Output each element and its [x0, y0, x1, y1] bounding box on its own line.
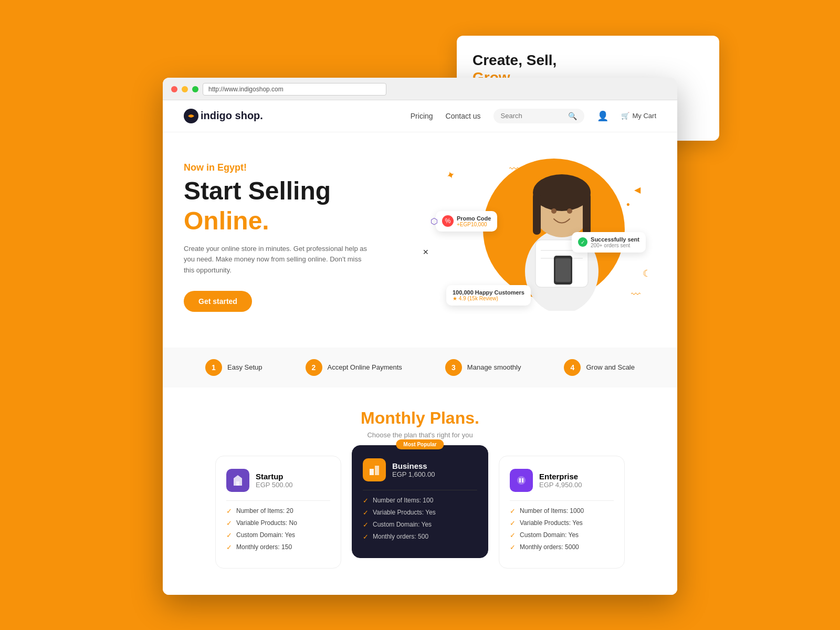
- business-icon-svg: [368, 464, 381, 476]
- deco-shape-4: 〰: [631, 289, 640, 300]
- hero-image-area: ✦ ◀ 〰 〰 ⬡ ☾ ● ✕ % Promo Code +EGP10,000: [404, 153, 656, 321]
- enterprise-feature-3: ✓ Custom Domain: Yes: [510, 531, 614, 539]
- success-icon: ✓: [578, 237, 587, 247]
- nav-links: Pricing Contact us 🔍 👤 🛒 My Cart: [411, 109, 656, 123]
- check-icon-2: ✓: [226, 519, 232, 527]
- feature-num-3: 3: [445, 359, 462, 376]
- check-icon-e3: ✓: [510, 531, 516, 539]
- enterprise-icon: [510, 469, 533, 492]
- check-icon-4: ✓: [226, 543, 232, 551]
- deco-shape-5: ⬡: [430, 216, 438, 226]
- business-feature-1: ✓ Number of Items: 100: [363, 497, 477, 505]
- address-bar[interactable]: http://www.indigoshop.com: [203, 83, 386, 96]
- business-icon: [363, 458, 386, 481]
- startup-plan-header: Startup EGP 500.00: [226, 469, 330, 492]
- navigation: indigo shop. Pricing Contact us 🔍 👤 🛒 My…: [163, 100, 677, 132]
- svg-point-6: [551, 208, 556, 214]
- hero-text: Now in Egypt! Start Selling Online. Crea…: [184, 162, 404, 312]
- check-icon-b1: ✓: [363, 497, 369, 505]
- startup-feature-4: ✓ Monthly orders: 150: [226, 543, 330, 551]
- pricing-title: Monthly Plans.: [184, 408, 656, 428]
- enterprise-feature-2: ✓ Variable Products: Yes: [510, 519, 614, 527]
- logo: indigo shop.: [184, 109, 263, 123]
- promo-card: % Promo Code +EGP10,000: [436, 211, 497, 232]
- check-icon-e2: ✓: [510, 519, 516, 527]
- enterprise-plan-header: Enterprise EGP 4,950.00: [510, 469, 614, 492]
- plans-grid: Startup EGP 500.00 ✓ Number of Items: 20…: [184, 456, 656, 569]
- startup-feature-3: ✓ Custom Domain: Yes: [226, 531, 330, 539]
- svg-rect-13: [370, 469, 374, 475]
- hero-title-line1: Start Selling: [184, 177, 404, 205]
- check-icon-b3: ✓: [363, 521, 369, 529]
- feature-num-1: 1: [205, 359, 222, 376]
- deco-shape-6: ☾: [643, 268, 651, 279]
- feature-label-4: Grow and Scale: [586, 363, 635, 371]
- enterprise-icon-svg: [515, 474, 528, 487]
- hero-title-line2: Online.: [184, 207, 404, 235]
- business-plan: Most Popular Business EGP 1,600.00: [352, 445, 488, 558]
- svg-point-3: [533, 174, 591, 211]
- deco-x: ✕: [423, 248, 429, 256]
- feature-label-1: Easy Setup: [227, 363, 262, 371]
- window-close-dot[interactable]: [171, 86, 177, 92]
- startup-icon-svg: [232, 474, 244, 487]
- svg-rect-4: [533, 193, 541, 235]
- startup-feature-1: ✓ Number of Items: 20: [226, 507, 330, 515]
- business-plan-header: Business EGP 1,600.00: [363, 458, 477, 481]
- business-feature-4: ✓ Monthly orders: 500: [363, 533, 477, 541]
- enterprise-feature-1: ✓ Number of Items: 1000: [510, 507, 614, 515]
- enterprise-info: Enterprise EGP 4,950.00: [539, 472, 582, 489]
- business-info: Business EGP 1,600.00: [392, 461, 435, 478]
- enterprise-divider: [510, 500, 614, 501]
- feature-num-2: 2: [306, 359, 322, 376]
- nav-contact[interactable]: Contact us: [446, 112, 481, 120]
- feature-2: 2 Accept Online Payments: [306, 359, 402, 376]
- feature-4: 4 Grow and Scale: [564, 359, 635, 376]
- popular-badge: Most Popular: [396, 439, 444, 449]
- user-icon[interactable]: 👤: [597, 110, 608, 122]
- features-strip: 1 Easy Setup 2 Accept Online Payments 3 …: [163, 348, 677, 387]
- get-started-button[interactable]: Get started: [184, 291, 252, 312]
- feature-label-2: Accept Online Payments: [328, 363, 402, 371]
- startup-feature-2: ✓ Variable Products: No: [226, 519, 330, 527]
- check-icon-e4: ✓: [510, 543, 516, 551]
- deco-circle: ●: [626, 201, 630, 208]
- feature-1: 1 Easy Setup: [205, 359, 262, 376]
- business-feature-3: ✓ Custom Domain: Yes: [363, 521, 477, 529]
- check-icon-e1: ✓: [510, 507, 516, 515]
- deco-shape-1: ✦: [444, 167, 457, 182]
- customers-card: 100,000 Happy Customers ★ 4.9 (15k Revie…: [446, 285, 531, 306]
- deco-shape-2: ◀: [634, 185, 640, 195]
- enterprise-feature-4: ✓ Monthly orders: 5000: [510, 543, 614, 551]
- search-icon[interactable]: 🔍: [568, 112, 577, 120]
- check-icon-b4: ✓: [363, 533, 369, 541]
- enterprise-plan: Enterprise EGP 4,950.00 ✓ Number of Item…: [499, 456, 625, 569]
- svg-point-15: [517, 476, 526, 485]
- cart-button[interactable]: 🛒 My Cart: [621, 112, 657, 120]
- startup-info: Startup EGP 500.00: [256, 472, 293, 489]
- hero-description: Create your online store in minutes. Get…: [184, 244, 373, 276]
- feature-num-4: 4: [564, 359, 581, 376]
- success-info: Successfully sent 200+ orders sent: [591, 236, 639, 248]
- svg-rect-5: [583, 193, 591, 235]
- feature-3: 3 Manage smoothly: [445, 359, 521, 376]
- business-divider: [363, 490, 477, 490]
- promo-info: Promo Code +EGP10,000: [457, 215, 491, 227]
- search-bar: 🔍: [494, 109, 584, 123]
- cart-icon: 🛒: [621, 112, 629, 120]
- svg-rect-12: [555, 258, 571, 282]
- check-icon-b2: ✓: [363, 509, 369, 517]
- business-feature-2: ✓ Variable Products: Yes: [363, 509, 477, 517]
- nav-pricing[interactable]: Pricing: [411, 112, 433, 120]
- window-maximize-dot[interactable]: [192, 86, 198, 92]
- deco-shape-3: 〰: [509, 164, 519, 175]
- promo-icon: %: [442, 215, 454, 227]
- search-input[interactable]: [501, 112, 564, 120]
- svg-rect-14: [375, 466, 379, 475]
- feature-label-3: Manage smoothly: [467, 363, 521, 371]
- startup-divider: [226, 500, 330, 501]
- success-card: ✓ Successfully sent 200+ orders sent: [572, 232, 646, 253]
- window-minimize-dot[interactable]: [182, 86, 188, 92]
- startup-icon: [226, 469, 249, 492]
- startup-plan: Startup EGP 500.00 ✓ Number of Items: 20…: [215, 456, 341, 569]
